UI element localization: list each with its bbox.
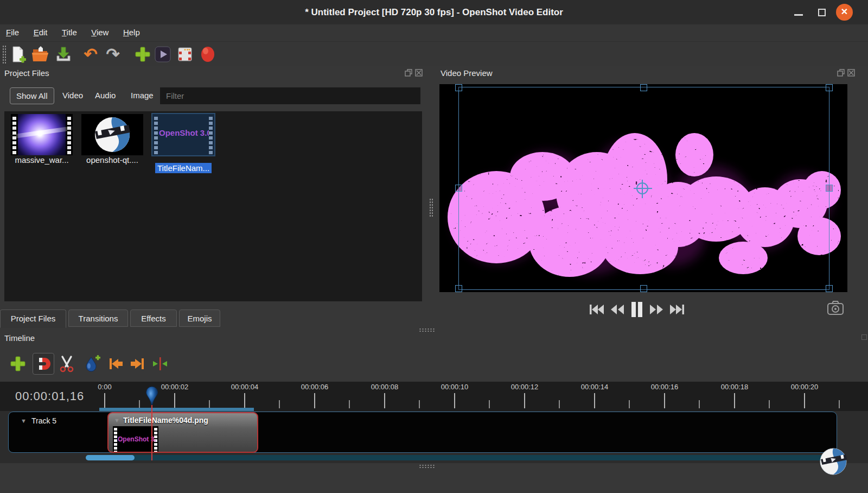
timeline-clip[interactable]: ▼ TitleFileName%04d.png OpenShot 3. xyxy=(107,412,258,453)
track-menu-chevron-icon[interactable]: ▼ xyxy=(21,418,27,424)
rewind-button[interactable] xyxy=(610,302,625,317)
transform-handle-mid-right[interactable] xyxy=(826,185,833,192)
track-5[interactable]: ▼ Track 5 ▼ TitleFileName%04d.png OpenSh… xyxy=(8,412,837,453)
transform-handle-mid-left[interactable] xyxy=(455,185,462,192)
transform-handle-top-center[interactable] xyxy=(640,84,647,91)
project-files-dock-controls xyxy=(405,69,423,77)
transform-handle-bottom-right[interactable] xyxy=(826,285,833,292)
export-video-button[interactable] xyxy=(175,44,195,65)
ruler-label: 00:00:08 xyxy=(360,383,409,391)
tab-emojis[interactable]: Emojis xyxy=(179,309,220,327)
menu-help[interactable]: Help xyxy=(117,24,146,39)
redo-button[interactable]: ↷ xyxy=(103,44,123,65)
save-frame-button[interactable] xyxy=(827,300,844,315)
fast-forward-button[interactable] xyxy=(649,302,664,317)
camera-icon xyxy=(827,300,844,315)
ruler-label: 0:00 xyxy=(80,383,129,391)
filmstrip-sprockets-icon xyxy=(11,114,18,155)
project-files-list[interactable]: massive_war... openshot-qt.... OpenShot … xyxy=(4,111,422,301)
file-thumbnail: OpenShot 3.0 xyxy=(152,114,214,155)
filter-input[interactable] xyxy=(160,87,420,104)
transform-handle-top-right[interactable] xyxy=(826,84,833,91)
next-marker-button[interactable] xyxy=(127,353,149,375)
window-title: * Untitled Project [HD 720p 30 fps] - Op… xyxy=(0,0,868,24)
file-item-openshot-qt[interactable]: openshot-qt.... xyxy=(80,114,144,165)
minimize-button[interactable] xyxy=(793,7,805,18)
filter-audio-button[interactable]: Audio xyxy=(89,87,122,104)
close-panel-icon[interactable] xyxy=(847,69,855,77)
filter-show-all-button[interactable]: Show All xyxy=(10,87,54,104)
snap-toggle-button[interactable] xyxy=(33,353,54,375)
tab-project-files[interactable]: Project Files xyxy=(0,309,66,328)
timeline-ruler[interactable]: 00:00:01,16 0:00 00:00:02 00:00:04 00:00… xyxy=(0,382,868,411)
menu-view[interactable]: View xyxy=(85,24,114,39)
ruler-label: 00:00:04 xyxy=(220,383,269,391)
file-thumbnail xyxy=(81,114,143,155)
video-preview-canvas[interactable] xyxy=(439,84,847,292)
transform-handle-top-left[interactable] xyxy=(455,84,462,91)
toolbar-drag-handle[interactable] xyxy=(2,45,7,64)
import-files-icon xyxy=(133,45,152,64)
undo-button[interactable]: ↶ xyxy=(80,44,101,65)
float-panel-icon[interactable] xyxy=(405,69,412,77)
playhead-marker[interactable] xyxy=(145,386,158,408)
horizontal-splitter-top[interactable] xyxy=(419,328,435,332)
filmstrip-sprockets-icon xyxy=(152,114,159,155)
video-preview-dock-controls xyxy=(837,69,855,77)
title-bar[interactable]: * Untitled Project [HD 720p 30 fps] - Op… xyxy=(0,0,868,24)
openshot-logo-image xyxy=(81,114,143,155)
track-name: Track 5 xyxy=(31,416,56,425)
menu-title[interactable]: Title xyxy=(56,24,83,39)
close-panel-icon[interactable] xyxy=(415,69,423,77)
choose-profile-button[interactable] xyxy=(152,44,173,65)
clip-menu-chevron-icon[interactable]: ▼ xyxy=(114,417,120,424)
horizontal-splitter-bottom[interactable] xyxy=(419,464,435,468)
origin-crosshair-icon[interactable] xyxy=(634,180,652,198)
marker-drop-icon xyxy=(82,354,102,374)
timeline-panel-icon[interactable] xyxy=(861,334,867,340)
menu-edit[interactable]: Edit xyxy=(28,24,54,39)
vertical-splitter[interactable] xyxy=(426,81,436,320)
import-files-button[interactable] xyxy=(132,44,153,65)
ruler-label: 00:00:06 xyxy=(290,383,339,391)
ruler-label: 00:00:12 xyxy=(500,383,549,391)
center-playhead-icon xyxy=(151,355,169,373)
openshot-logo-cursor-icon xyxy=(818,446,848,477)
timeline-scrollbar-thumb[interactable] xyxy=(86,455,135,460)
float-panel-icon[interactable] xyxy=(837,69,845,77)
save-project-button[interactable] xyxy=(53,44,74,65)
timeline-scrollbar[interactable] xyxy=(86,455,837,460)
filmstrip-sprockets-icon xyxy=(66,114,73,155)
open-project-button[interactable] xyxy=(30,44,51,65)
pause-button[interactable] xyxy=(630,301,644,318)
file-item-titlefilename[interactable]: OpenShot 3.0 TitleFileNam... xyxy=(151,114,215,173)
minimize-icon xyxy=(794,14,803,16)
timeline-panel-title: Timeline xyxy=(4,333,35,343)
undo-icon: ↶ xyxy=(84,46,97,62)
record-button[interactable] xyxy=(197,44,218,65)
filter-video-button[interactable]: Video xyxy=(56,87,89,104)
playhead-line[interactable] xyxy=(151,405,152,460)
playhead-timecode: 00:00:01,16 xyxy=(15,389,84,403)
transform-handle-bottom-left[interactable] xyxy=(455,285,462,292)
filmstrip-sprockets-icon xyxy=(207,114,214,155)
previous-marker-button[interactable] xyxy=(105,353,126,375)
transform-handle-bottom-center[interactable] xyxy=(640,285,647,292)
center-on-playhead-button[interactable] xyxy=(149,353,171,375)
add-marker-button[interactable] xyxy=(81,353,103,375)
ruler-label: 00:00:18 xyxy=(710,383,759,391)
new-project-button[interactable] xyxy=(8,44,28,65)
menu-file[interactable]: File xyxy=(0,24,25,39)
jump-to-end-button[interactable] xyxy=(669,302,685,317)
close-button[interactable]: ✕ xyxy=(836,4,853,21)
add-track-button[interactable] xyxy=(7,353,29,375)
file-item-massive-war[interactable]: massive_war... xyxy=(10,114,74,165)
razor-button[interactable] xyxy=(56,353,78,375)
jump-to-start-button[interactable] xyxy=(589,302,605,317)
filter-image-button[interactable]: Image xyxy=(125,87,159,104)
maximize-button[interactable] xyxy=(816,7,828,18)
tab-transitions[interactable]: Transitions xyxy=(68,309,128,327)
tab-effects[interactable]: Effects xyxy=(130,309,177,327)
disco-sphere-image xyxy=(18,114,66,155)
redo-icon: ↷ xyxy=(106,46,119,62)
